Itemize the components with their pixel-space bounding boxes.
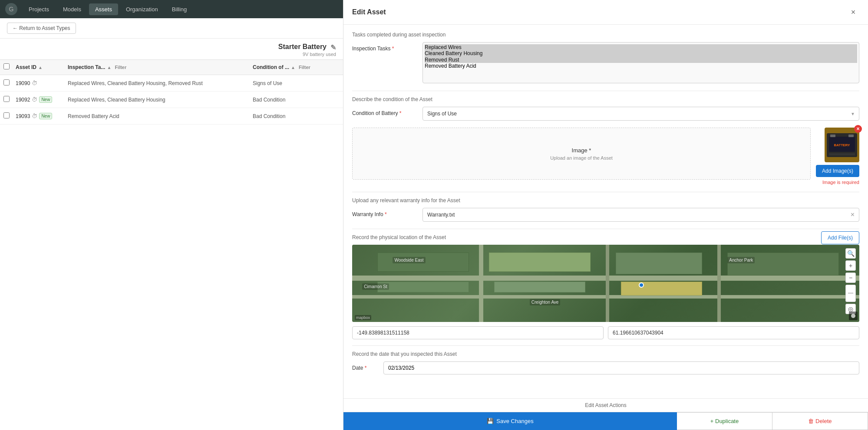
nav-tab-models[interactable]: Models [57, 3, 87, 15]
modal-title: Edit Asset [352, 8, 386, 16]
condition-field-row: Condition of Battery * Good Signs of Use… [352, 107, 859, 121]
divider-2 [352, 192, 859, 192]
map-label-anchor: Anchor Park [727, 257, 755, 263]
close-button[interactable]: × [847, 6, 859, 18]
remove-image-button[interactable]: × [854, 125, 862, 133]
duplicate-button[interactable]: + Duplicate [677, 412, 772, 430]
sort-arrow-inspection: ▲ [107, 65, 111, 70]
left-panel: G Projects Models Assets Organization Bi… [0, 0, 343, 430]
save-label: Save Changes [496, 418, 533, 424]
coordinates-row [352, 326, 859, 339]
building-block-3 [377, 282, 469, 292]
modal-footer: Edit Asset Actions 💾 Save Changes + Dupl… [343, 398, 868, 430]
condition-field-label: Condition of Battery * [352, 107, 417, 116]
table-row[interactable]: 19090 ⏱ Replaced Wires, Cleaned Battery … [0, 75, 343, 92]
col-condition[interactable]: Condition of ... ▲ Filter [253, 64, 340, 70]
condition-cell: Signs of Use [253, 80, 340, 86]
map-zoom-out-button[interactable]: − [845, 272, 856, 283]
asset-subtitle: 9V battery used [7, 52, 336, 57]
table-row[interactable]: 19092 ⏱ New Replaced Wires, Cleaned Batt… [0, 92, 343, 108]
map-container[interactable]: Woodside East Anchor Park Cimarron St Cr… [352, 245, 859, 322]
nav-tab-organization[interactable]: Organization [120, 3, 164, 15]
select-all-checkbox[interactable] [3, 63, 16, 71]
warranty-file-row: Warranty.txt × [422, 208, 859, 222]
condition-select[interactable]: Good Signs of Use Bad Condition Needs Re… [422, 107, 859, 121]
map-marker [639, 282, 644, 288]
nav-tab-projects[interactable]: Projects [23, 3, 55, 15]
inspection-field-content: Replaced Wires Cleaned Battery Housing R… [422, 42, 859, 84]
image-thumbnail-container: BATTERY × [825, 128, 859, 162]
longitude-input[interactable] [352, 326, 604, 339]
modal-body: Tasks completed during asset inspection … [343, 25, 868, 398]
footer-actions: 💾 Save Changes + Duplicate 🗑 Delete [343, 412, 868, 430]
warranty-field-row: Warranty Info * Warranty.txt × [352, 208, 859, 222]
battery-image-svg: BATTERY [827, 133, 857, 157]
col-inspection[interactable]: Inspection Ta... ▲ Filter [68, 64, 253, 70]
top-nav: G Projects Models Assets Organization Bi… [0, 0, 343, 18]
svg-text:BATTERY: BATTERY [834, 143, 851, 147]
parking-lot [621, 282, 702, 295]
map-background: Woodside East Anchor Park Cimarron St Cr… [352, 245, 859, 322]
sort-arrow-id: ▲ [38, 65, 43, 70]
building-block-6 [727, 253, 839, 276]
table-row[interactable]: 19093 ⏱ New Removed Battery Acid Bad Con… [0, 108, 343, 125]
edit-asset-modal: Edit Asset × Tasks completed during asse… [343, 0, 868, 430]
asset-id-cell: 19093 ⏱ New [16, 113, 68, 119]
date-section-label: Record the date that you inspected this … [352, 351, 859, 357]
latitude-input[interactable] [608, 326, 859, 339]
divider-1 [352, 91, 859, 91]
save-button[interactable]: 💾 Save Changes [343, 412, 677, 430]
inspection-section-label: Tasks completed during asset inspection [352, 32, 859, 38]
sort-arrow-condition: ▲ [291, 65, 295, 70]
condition-filter[interactable]: Filter [299, 65, 310, 70]
condition-cell: Bad Condition [253, 113, 340, 119]
modal-header: Edit Asset × [343, 0, 868, 25]
condition-section-label: Describe the condition of the Asset [352, 96, 859, 102]
new-badge: New [39, 113, 52, 119]
map-label-creighton: Creighton Ave [530, 299, 561, 305]
inspection-cell: Removed Battery Acid [68, 113, 253, 119]
edit-asset-icon[interactable]: ✎ [329, 43, 336, 50]
date-input[interactable] [383, 361, 859, 374]
map-label-woodside: Woodside East [393, 257, 425, 263]
date-field-label: Date * [352, 365, 378, 371]
asset-id-cell: 19092 ⏱ New [16, 96, 68, 103]
new-badge: New [39, 96, 52, 103]
map-search-button[interactable]: 🔍 [845, 248, 856, 259]
nav-tab-billing[interactable]: Billing [166, 3, 193, 15]
asset-table: Asset ID ▲ Inspection Ta... ▲ Filter Con… [0, 59, 343, 430]
warranty-remove-button[interactable]: × [851, 211, 855, 219]
map-zoom-in-button[interactable]: + [845, 260, 856, 271]
clock-icon: ⏱ [32, 80, 37, 86]
svg-rect-2 [830, 135, 835, 137]
app-logo: G [5, 3, 17, 15]
warranty-field-content: Warranty.txt × [422, 208, 859, 222]
asset-title-text: Starter Battery [278, 43, 327, 51]
add-images-button[interactable]: Add Image(s) [816, 165, 859, 177]
image-upload-label: Image * [572, 147, 591, 154]
asset-id-cell: 19090 ⏱ [16, 80, 68, 86]
image-actions: BATTERY × Add Image(s) Image is required [816, 128, 859, 185]
building-block-5 [616, 253, 702, 274]
image-upload-area[interactable]: Image * Upload an image of the Asset [352, 128, 811, 180]
map-dark-button[interactable] [849, 312, 858, 320]
image-required-error: Image is required [822, 180, 859, 185]
inspection-cell: Replaced Wires, Cleaned Battery Housing [68, 97, 253, 103]
add-files-button[interactable]: Add File(s) [821, 231, 859, 244]
road-v1 [479, 245, 483, 322]
footer-section-label: Edit Asset Actions [343, 399, 868, 412]
svg-point-6 [851, 314, 855, 318]
back-button[interactable]: ← Return to Asset Types [7, 23, 76, 34]
svg-rect-3 [848, 135, 854, 137]
building-block-4 [494, 282, 585, 292]
inspection-tasks-select[interactable]: Replaced Wires Cleaned Battery Housing R… [422, 42, 859, 83]
inspection-field-label: Inspection Tasks * [352, 42, 417, 52]
divider-3 [352, 229, 859, 229]
col-asset-id[interactable]: Asset ID ▲ [16, 64, 68, 70]
inspection-filter[interactable]: Filter [115, 65, 126, 70]
nav-tab-assets[interactable]: Assets [89, 3, 118, 15]
condition-field-content: Good Signs of Use Bad Condition Needs Re… [422, 107, 859, 121]
inspection-cell: Replaced Wires, Cleaned Battery Housing,… [68, 80, 253, 86]
delete-button[interactable]: 🗑 Delete [772, 412, 868, 430]
mapbox-logo: mapbox [355, 315, 371, 320]
